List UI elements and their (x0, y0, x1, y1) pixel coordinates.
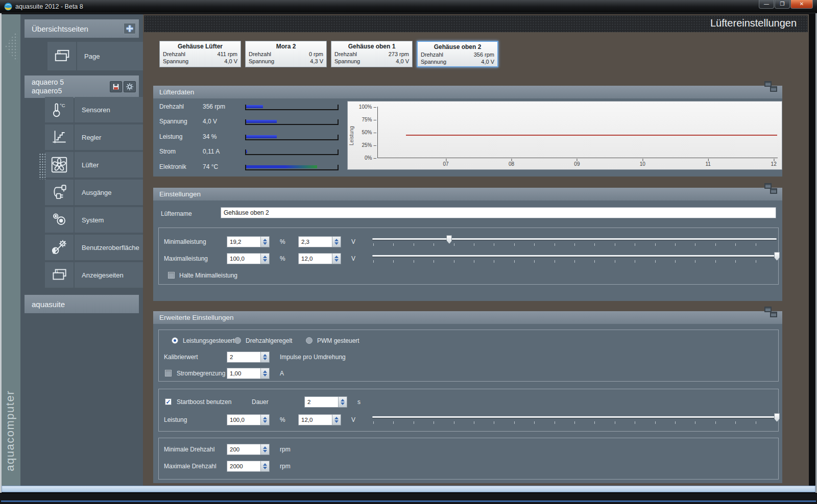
horizontal-scrollbar[interactable] (2, 486, 815, 492)
sidebar-collapse-handle[interactable] (5, 30, 18, 63)
minimize-button[interactable]: — (759, 0, 774, 9)
app-logo-icon (4, 3, 12, 11)
percent-unit: % (280, 238, 285, 245)
volt-unit: V (351, 255, 355, 262)
sidebar-item-system[interactable]: System (45, 207, 159, 233)
fan-data-label: Strom (159, 148, 176, 155)
window-bottom-accent-line (1, 500, 816, 502)
plug-icon (45, 180, 74, 205)
fan-data-value: 356 rpm (203, 103, 225, 110)
device-header: aquaero 5 aquaero5 (25, 75, 139, 98)
spinner-arrows[interactable] (338, 397, 347, 407)
max-percent-spinner[interactable]: 100,0 (227, 253, 270, 264)
title-bar: aquasuite 2012 - Beta 8 — ❐ ✕ (0, 0, 817, 13)
min-percent-spinner[interactable]: 19,2 (227, 236, 270, 247)
fan-data-label: Drehzahl (159, 103, 184, 110)
device-settings-button[interactable] (124, 81, 136, 92)
fan-card-gehaeuse-oben-1[interactable]: Gehäuse oben 1 Drehzahl273 rpm Spannung4… (331, 41, 413, 67)
gear-icon (125, 82, 134, 91)
spinner-arrows[interactable] (260, 237, 269, 247)
spinner-arrows[interactable] (260, 461, 269, 471)
sidebar-item-luefter[interactable]: Lüfter (45, 152, 159, 178)
slider-thumb[interactable] (774, 252, 780, 261)
sidebar-item-label: System (82, 216, 104, 224)
advanced-panel-header: Erweiterte Einstellungen (153, 311, 782, 324)
spinner-arrows[interactable] (260, 352, 269, 362)
min-volt-spinner[interactable]: 2,3 (298, 236, 341, 247)
boost-percent-spinner[interactable]: 100,0 (227, 414, 270, 425)
fan-icon (45, 152, 74, 178)
app-window: aquasuite 2012 - Beta 8 — ❐ ✕ aquacomput… (0, 0, 817, 504)
svg-text:1: 1 (59, 50, 61, 55)
mode-label: Drehzahlgeregelt (246, 337, 292, 344)
boost-power-slider[interactable] (372, 413, 777, 426)
sidebar-item-label: Lüfter (82, 161, 99, 169)
detach-panel-icon[interactable] (764, 307, 777, 317)
mode-radio-drehzahlgeregelt[interactable] (234, 337, 241, 344)
spinner-arrows[interactable] (332, 237, 341, 247)
power-history-chart: Leistung 100% 75% 50% 25% 0% 07 08 09 10… (347, 101, 782, 170)
slider-thumb[interactable] (446, 235, 452, 244)
spinner-arrows[interactable] (260, 415, 269, 425)
sidebar-item-ausgaenge[interactable]: Ausgänge (45, 180, 159, 205)
startboost-group: ✓ Startboost benutzen Dauer 2 s Leistung… (158, 389, 779, 432)
hold-min-power-label: Halte Minimalleistung (179, 272, 237, 279)
min-rpm-label: Minimale Drehzahl (164, 446, 214, 453)
svg-text:°C: °C (60, 103, 65, 108)
mode-label: PWM gesteuert (317, 337, 359, 344)
rpm-limits-group: Minimale Drehzahl 200 rpm Maximale Drehz… (158, 438, 779, 480)
voltage-gauge (245, 119, 339, 125)
display-contrast-icon (45, 235, 74, 260)
current-limit-checkbox[interactable] (165, 370, 172, 376)
svg-text:1: 1 (56, 269, 58, 273)
max-rpm-label: Maximale Drehzahl (164, 463, 217, 470)
boost-volt-spinner[interactable]: 12,0 (298, 414, 341, 425)
maximize-button[interactable]: ❐ (775, 0, 790, 9)
min-power-slider[interactable] (372, 235, 777, 248)
power-limits-group: Minimalleistung 19,2 % 2,3 V Maximalleis… (158, 228, 779, 285)
brand-logo-text: aquacomputer (4, 390, 17, 471)
save-button[interactable] (110, 81, 122, 92)
settings-panel-header: Einstellungen (153, 188, 782, 200)
aquasuite-section-header[interactable]: aquasuite (25, 295, 139, 313)
duration-spinner[interactable]: 2 (304, 396, 347, 408)
close-button[interactable]: ✕ (790, 0, 813, 9)
main-content: Lüftereinstellungen Gehäuse Lüfter Drehz… (143, 14, 809, 486)
device-subname: aquaero5 (32, 87, 64, 95)
volt-unit: V (351, 238, 355, 245)
sidebar-item-anzeigeseiten[interactable]: 1 Anzeigeseiten (45, 262, 159, 288)
current-limit-spinner[interactable]: 1,00 (227, 368, 270, 379)
startboost-label: Startboost benutzen (177, 398, 231, 406)
sidebar-item-benutzeroberflaeche[interactable]: Benutzeroberfläche (45, 235, 159, 260)
spinner-arrows[interactable] (260, 254, 269, 264)
add-page-button[interactable] (124, 23, 136, 34)
fan-card-gehaeuse-oben-2-selected[interactable]: Gehäuse oben 2 Drehzahl356 rpm Spannung4… (417, 41, 498, 67)
fan-card-title: Mora 2 (249, 43, 323, 50)
fan-data-panel: Lüfterdaten Drehzahl 356 rpm Spannung 4,… (153, 86, 782, 177)
detach-panel-icon[interactable] (764, 81, 777, 92)
spinner-arrows[interactable] (332, 254, 341, 264)
window-title: aquasuite 2012 - Beta 8 (15, 3, 83, 10)
max-power-slider[interactable] (372, 251, 777, 265)
spinner-arrows[interactable] (332, 415, 341, 425)
mode-radio-pwm-gesteuert[interactable] (306, 337, 313, 344)
fan-card-mora-2[interactable]: Mora 2 Drehzahl0 rpm Spannung4,3 V (245, 41, 327, 67)
max-rpm-spinner[interactable]: 2000 (227, 461, 270, 472)
min-rpm-spinner[interactable]: 200 (227, 444, 270, 455)
brand-strip: aquacomputer (2, 14, 20, 486)
fan-card-gehaeuse-luefter[interactable]: Gehäuse Lüfter Drehzahl411 rpm Spannung4… (159, 41, 241, 67)
sidebar: Übersichtsseiten 1 Page (20, 14, 143, 486)
slider-thumb[interactable] (774, 413, 780, 422)
hold-min-power-checkbox[interactable] (168, 272, 175, 279)
page-item-label: Page (84, 53, 100, 60)
detach-panel-icon[interactable] (764, 183, 777, 194)
mode-radio-leistungsgesteuert[interactable] (172, 337, 178, 344)
sidebar-item-sensoren[interactable]: °C Sensoren (45, 97, 159, 122)
sidebar-item-regler[interactable]: Regler (45, 124, 159, 150)
calibration-spinner[interactable]: 2 (227, 351, 270, 363)
spinner-arrows[interactable] (260, 444, 269, 455)
max-volt-spinner[interactable]: 12,0 (298, 253, 341, 264)
fan-name-input[interactable] (221, 207, 776, 218)
startboost-checkbox[interactable]: ✓ (165, 398, 172, 405)
spinner-arrows[interactable] (260, 368, 269, 379)
